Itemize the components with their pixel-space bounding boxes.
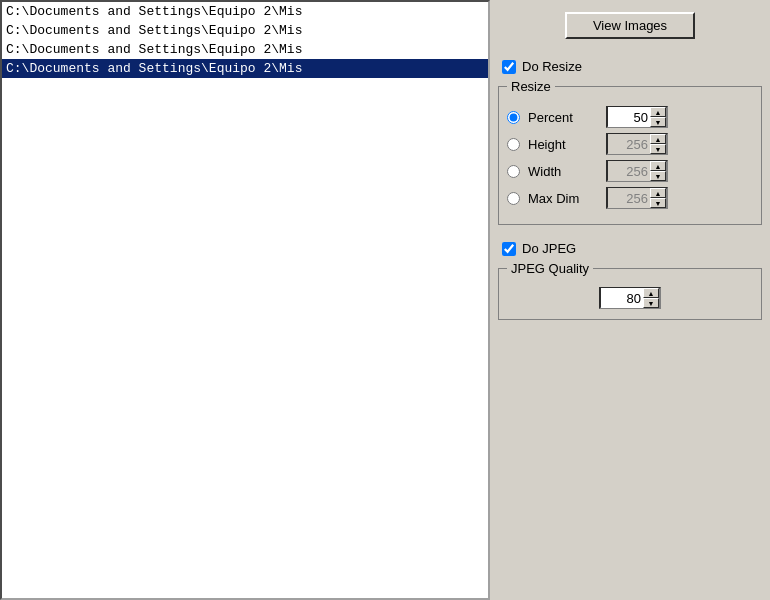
resize-percent-row: Percent ▲ ▼ — [507, 106, 753, 128]
do-resize-row: Do Resize — [502, 59, 762, 74]
resize-percent-radio[interactable] — [507, 111, 520, 124]
resize-group: Resize Percent ▲ ▼ Hei — [498, 86, 762, 225]
width-input[interactable] — [608, 161, 650, 181]
height-spinner[interactable]: ▲ ▼ — [606, 133, 668, 155]
resize-width-radio[interactable] — [507, 165, 520, 178]
width-spinner[interactable]: ▲ ▼ — [606, 160, 668, 182]
do-jpeg-checkbox[interactable] — [502, 242, 516, 256]
jpeg-quality-group-label: JPEG Quality — [507, 261, 593, 276]
resize-group-label: Resize — [507, 79, 555, 94]
height-up-button[interactable]: ▲ — [650, 134, 666, 144]
do-resize-checkbox[interactable] — [502, 60, 516, 74]
resize-width-label: Width — [528, 164, 598, 179]
list-item[interactable]: C:\Documents and Settings\Equipo 2\Mis — [2, 2, 488, 21]
do-resize-label: Do Resize — [522, 59, 582, 74]
percent-spinner[interactable]: ▲ ▼ — [606, 106, 668, 128]
resize-height-radio[interactable] — [507, 138, 520, 151]
jpeg-quality-row: ▲ ▼ — [507, 287, 753, 309]
maxdim-up-button[interactable]: ▲ — [650, 188, 666, 198]
do-jpeg-row: Do JPEG — [502, 241, 762, 256]
resize-maxdim-radio[interactable] — [507, 192, 520, 205]
jpeg-quality-group: JPEG Quality ▲ ▼ — [498, 268, 762, 320]
width-down-button[interactable]: ▼ — [650, 171, 666, 181]
list-item[interactable]: C:\Documents and Settings\Equipo 2\Mis — [2, 40, 488, 59]
resize-maxdim-row: Max Dim ▲ ▼ — [507, 187, 753, 209]
resize-height-row: Height ▲ ▼ — [507, 133, 753, 155]
view-images-button[interactable]: View Images — [565, 12, 695, 39]
height-down-button[interactable]: ▼ — [650, 144, 666, 154]
jpeg-quality-spinner[interactable]: ▲ ▼ — [599, 287, 661, 309]
jpeg-quality-down-button[interactable]: ▼ — [643, 298, 659, 308]
percent-down-button[interactable]: ▼ — [650, 117, 666, 127]
height-input[interactable] — [608, 134, 650, 154]
jpeg-quality-input[interactable] — [601, 288, 643, 308]
list-item[interactable]: C:\Documents and Settings\Equipo 2\Mis — [2, 21, 488, 40]
do-jpeg-label: Do JPEG — [522, 241, 576, 256]
jpeg-quality-up-button[interactable]: ▲ — [643, 288, 659, 298]
width-up-button[interactable]: ▲ — [650, 161, 666, 171]
resize-height-label: Height — [528, 137, 598, 152]
list-item-selected[interactable]: C:\Documents and Settings\Equipo 2\Mis — [2, 59, 488, 78]
resize-maxdim-label: Max Dim — [528, 191, 598, 206]
resize-percent-label: Percent — [528, 110, 598, 125]
percent-up-button[interactable]: ▲ — [650, 107, 666, 117]
resize-width-row: Width ▲ ▼ — [507, 160, 753, 182]
file-list-panel[interactable]: C:\Documents and Settings\Equipo 2\Mis C… — [0, 0, 490, 600]
maxdim-spinner[interactable]: ▲ ▼ — [606, 187, 668, 209]
maxdim-input[interactable] — [608, 188, 650, 208]
percent-input[interactable] — [608, 107, 650, 127]
right-panel: View Images Do Resize Resize Percent ▲ ▼ — [490, 0, 770, 600]
maxdim-down-button[interactable]: ▼ — [650, 198, 666, 208]
